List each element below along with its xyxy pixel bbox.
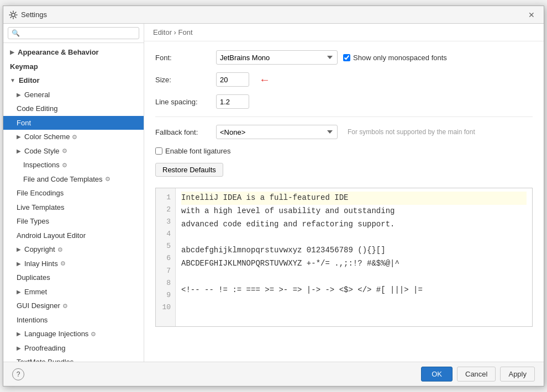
sidebar-item-file-code-templates[interactable]: File and Code Templates ⚙ (3, 172, 144, 187)
apply-button[interactable]: Apply (500, 367, 535, 382)
code-preview: 1 2 3 4 5 6 7 8 9 10 IntelliJ IDEA (155, 188, 533, 327)
bottom-left: ? (12, 368, 24, 380)
line-spacing-label: Line spacing: (155, 98, 216, 106)
fallback-font-row: Fallback font: <None> For symbols not su… (155, 125, 533, 139)
sidebar-item-keymap[interactable]: Keymap (3, 60, 144, 74)
font-select[interactable]: JetBrains Mono Consolas Courier New Deja… (216, 50, 338, 65)
svg-point-0 (12, 13, 15, 17)
line-num-4: 4 (160, 228, 171, 240)
line-num-10: 10 (160, 301, 171, 314)
code-line-4 (181, 231, 527, 244)
main-panel: Editor › Font Font: JetBrains Mono Conso… (144, 24, 544, 362)
code-line-8: <!-- -- != := === >= >- => |-> -> <$> </… (181, 284, 527, 297)
line-num-6: 6 (160, 252, 171, 264)
settings-icon-inspections: ⚙ (62, 161, 67, 170)
close-button[interactable]: ✕ (525, 9, 538, 20)
expand-arrow-emmet: ▶ (17, 288, 21, 296)
sidebar-item-code-editing[interactable]: Code Editing (3, 102, 144, 116)
sidebar: ▶ Appearance & Behavior Keymap ▼ Editor … (3, 24, 144, 362)
separator-1 (155, 116, 533, 117)
title-bar: Settings ✕ (3, 6, 544, 24)
show-monospaced-label[interactable]: Show only monospaced fonts (343, 54, 447, 62)
size-input[interactable] (216, 72, 249, 87)
code-line-9 (181, 296, 527, 310)
settings-tree: ▶ Appearance & Behavior Keymap ▼ Editor … (3, 43, 144, 362)
sidebar-item-android-layout[interactable]: Android Layout Editor (3, 229, 144, 243)
sidebar-item-intentions[interactable]: Intentions (3, 313, 144, 327)
show-monospaced-checkbox[interactable] (343, 54, 350, 61)
font-control: JetBrains Mono Consolas Courier New Deja… (216, 50, 533, 65)
enable-ligatures-label[interactable]: Enable font ligatures (155, 147, 231, 155)
sidebar-item-language-injections[interactable]: ▶ Language Injections ⚙ (3, 327, 144, 341)
settings-icon-color-scheme: ⚙ (72, 133, 77, 142)
line-num-1: 1 (160, 192, 171, 204)
line-num-2: 2 (160, 204, 171, 216)
ligatures-row: Enable font ligatures (155, 147, 533, 155)
font-label: Font: (155, 54, 216, 62)
arrow-annotation: ← (259, 73, 270, 86)
sidebar-item-proofreading[interactable]: ▶ Proofreading (3, 341, 144, 356)
size-row: Size: ← (155, 72, 533, 87)
sidebar-item-editor[interactable]: ▼ Editor (3, 73, 144, 88)
fallback-font-label: Fallback font: (155, 128, 216, 136)
sidebar-item-color-scheme[interactable]: ▶ Color Scheme ⚙ (3, 130, 144, 144)
line-spacing-control (216, 94, 533, 109)
settings-icon-code-style: ⚙ (62, 146, 67, 156)
settings-icon-gui-designer: ⚙ (62, 301, 68, 311)
expand-arrow-color-scheme: ▶ (17, 133, 21, 141)
expand-arrow-language-injections: ▶ (17, 330, 21, 338)
fallback-font-select[interactable]: <None> (216, 125, 338, 139)
sidebar-item-file-encodings[interactable]: File Encodings (3, 186, 144, 200)
expand-arrow-proofreading: ▶ (17, 344, 21, 352)
code-line-3: advanced code editing and refactoring su… (181, 218, 527, 231)
sidebar-item-file-types[interactable]: File Types (3, 214, 144, 229)
code-line-1: IntelliJ IDEA is a full-featured IDE (181, 192, 527, 205)
sidebar-item-gui-designer[interactable]: GUI Designer ⚙ (3, 299, 144, 313)
ok-button[interactable]: OK (421, 367, 453, 382)
settings-icon-copyright: ⚙ (57, 245, 63, 255)
sidebar-item-code-style[interactable]: ▶ Code Style ⚙ (3, 144, 144, 158)
settings-icon (9, 10, 18, 19)
expand-arrow-inlay-hints: ▶ (17, 259, 21, 268)
line-num-8: 8 (160, 277, 171, 289)
content-area: ▶ Appearance & Behavior Keymap ▼ Editor … (3, 24, 544, 362)
sidebar-item-appearance[interactable]: ▶ Appearance & Behavior (3, 45, 144, 60)
sidebar-item-textmate-bundles[interactable]: TextMate Bundles (3, 355, 144, 362)
help-button[interactable]: ? (12, 368, 24, 380)
cancel-button[interactable]: Cancel (457, 367, 496, 382)
code-line-7 (181, 271, 527, 284)
bottom-bar: ? OK Cancel Apply (3, 362, 544, 386)
expand-arrow-appearance: ▶ (10, 48, 14, 56)
enable-ligatures-checkbox[interactable] (155, 147, 162, 155)
code-line-2: with a high level of usability and outst… (181, 205, 527, 218)
sidebar-item-live-templates[interactable]: Live Templates (3, 200, 144, 215)
sidebar-item-emmet[interactable]: ▶ Emmet (3, 285, 144, 299)
font-row: Font: JetBrains Mono Consolas Courier Ne… (155, 50, 533, 65)
code-line-5: abcdefghijklmnopqrstuvwxyz 0123456789 ()… (181, 244, 527, 257)
sidebar-item-inspections[interactable]: Inspections ⚙ (3, 158, 144, 172)
sidebar-item-general[interactable]: ▶ General (3, 88, 144, 102)
settings-window: Settings ✕ ▶ Appearance & Behavior Keyma… (3, 6, 544, 386)
breadcrumb-separator: › (174, 28, 178, 36)
sidebar-item-duplicates[interactable]: Duplicates (3, 271, 144, 285)
bottom-right: OK Cancel Apply (421, 367, 535, 382)
settings-icon-file-templates: ⚙ (105, 174, 111, 184)
line-spacing-row: Line spacing: (155, 94, 533, 109)
expand-arrow-editor: ▼ (10, 76, 15, 84)
line-num-7: 7 (160, 265, 171, 277)
sidebar-item-font[interactable]: Font (3, 116, 144, 130)
sidebar-item-inlay-hints[interactable]: ▶ Inlay Hints ⚙ (3, 257, 144, 271)
line-spacing-input[interactable] (216, 94, 249, 109)
expand-arrow-code-style: ▶ (17, 147, 21, 155)
line-num-5: 5 (160, 240, 171, 252)
code-line-10 (181, 310, 527, 323)
expand-arrow-copyright: ▶ (17, 245, 21, 253)
line-numbers: 1 2 3 4 5 6 7 8 9 10 (156, 188, 176, 326)
restore-defaults-button[interactable]: Restore Defaults (155, 163, 223, 177)
sidebar-item-copyright[interactable]: ▶ Copyright ⚙ (3, 242, 144, 257)
fallback-font-control: <None> For symbols not supported by the … (216, 125, 533, 139)
breadcrumb: Editor › Font (144, 24, 544, 41)
settings-form: Font: JetBrains Mono Consolas Courier Ne… (144, 41, 544, 362)
settings-icon-language-injections: ⚙ (91, 330, 96, 339)
search-input[interactable] (8, 27, 139, 39)
